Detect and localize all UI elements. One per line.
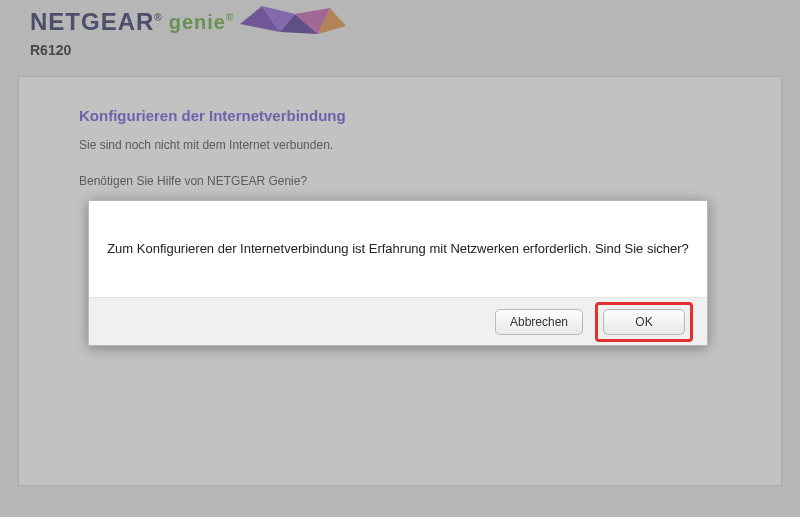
ok-highlight: OK bbox=[595, 302, 693, 342]
brand-sub-text: genie bbox=[169, 11, 226, 33]
brand-name: NETGEAR® bbox=[30, 8, 163, 36]
confirm-dialog: Zum Konfigurieren der Internetverbindung… bbox=[88, 200, 708, 346]
brand-sub: genie® bbox=[169, 11, 235, 34]
ok-button[interactable]: OK bbox=[603, 309, 685, 335]
header: NETGEAR® genie® R6120 bbox=[0, 0, 800, 58]
cancel-button[interactable]: Abbrechen bbox=[495, 309, 583, 335]
brand-name-text: NETGEAR bbox=[30, 8, 154, 35]
model-label: R6120 bbox=[30, 42, 800, 58]
panel-message-1: Sie sind noch nicht mit dem Internet ver… bbox=[79, 138, 721, 152]
brand: NETGEAR® genie® bbox=[30, 4, 800, 40]
registered-mark: ® bbox=[154, 12, 162, 23]
panel-title: Konfigurieren der Internetverbindung bbox=[79, 107, 721, 124]
panel-message-2: Benötigen Sie Hilfe von NETGEAR Genie? bbox=[79, 174, 721, 188]
dialog-message: Zum Konfigurieren der Internetverbindung… bbox=[89, 201, 707, 297]
registered-mark-2: ® bbox=[226, 12, 234, 23]
dialog-footer: Abbrechen OK bbox=[89, 297, 707, 345]
genie-logo-icon bbox=[240, 4, 350, 40]
